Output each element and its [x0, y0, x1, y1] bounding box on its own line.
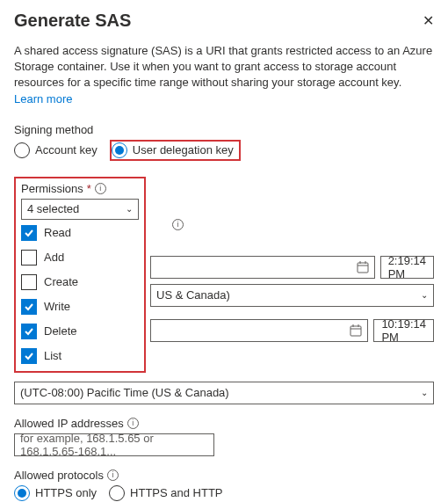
info-icon[interactable]: i — [95, 183, 106, 194]
permissions-dropdown[interactable]: 4 selected ⌄ — [21, 199, 139, 220]
option-delete[interactable]: Delete — [21, 322, 139, 341]
learn-more-link[interactable]: Learn more — [14, 92, 72, 105]
timezone-value: US & Canada) — [156, 288, 230, 302]
dropdown-value: 4 selected — [27, 202, 79, 215]
permissions-options-list: Read Add Create Write Delete List — [21, 223, 139, 366]
option-label: Delete — [44, 324, 77, 338]
chevron-down-icon: ⌄ — [421, 388, 428, 397]
option-label: Create — [44, 275, 78, 288]
radio-circle-icon — [14, 485, 30, 501]
required-indicator: * — [87, 182, 91, 195]
allowed-ip-input[interactable]: for example, 168.1.5.65 or 168.1.5.65-16… — [14, 433, 214, 456]
start-time-input[interactable]: 2:19:14 PM — [380, 256, 434, 279]
highlight-permissions: Permissions * i 4 selected ⌄ Read Add Cr… — [14, 177, 146, 373]
allowed-ip-label: Allowed IP addresses — [14, 417, 124, 430]
calendar-icon — [357, 261, 369, 273]
start-date-input[interactable] — [150, 256, 375, 279]
time-value: 2:19:14 PM — [388, 254, 426, 280]
radio-account-key[interactable]: Account key — [14, 142, 98, 158]
radio-label: HTTPS only — [35, 486, 97, 499]
permissions-label: Permissions — [21, 182, 83, 195]
radio-label: Account key — [35, 143, 98, 156]
panel-title: Generate SAS — [14, 11, 131, 31]
option-add[interactable]: Add — [21, 248, 139, 267]
svg-rect-4 — [350, 326, 361, 336]
option-list[interactable]: List — [21, 346, 139, 366]
info-icon[interactable]: i — [172, 219, 184, 230]
radio-circle-icon — [14, 142, 30, 158]
description-body: A shared access signature (SAS) is a URI… — [14, 44, 432, 89]
description-text: A shared access signature (SAS) is a URI… — [14, 43, 434, 107]
allowed-protocols-label: Allowed protocols — [14, 469, 104, 482]
option-label: Add — [44, 251, 64, 264]
signing-method-label: Signing method — [14, 123, 434, 136]
checkbox-icon — [21, 225, 37, 241]
radio-circle-icon — [109, 485, 125, 501]
info-icon[interactable]: i — [107, 469, 119, 481]
checkbox-icon — [21, 250, 37, 266]
option-read[interactable]: Read — [21, 223, 139, 243]
option-label: List — [44, 349, 61, 362]
checkbox-icon — [21, 299, 37, 315]
placeholder-text: for example, 168.1.5.65 or 168.1.5.65-16… — [20, 432, 208, 458]
radio-circle-icon — [112, 142, 127, 158]
option-write[interactable]: Write — [21, 297, 139, 316]
option-create[interactable]: Create — [21, 273, 139, 292]
checkbox-icon — [21, 348, 37, 364]
radio-user-delegation-key[interactable]: User delegation key — [112, 142, 234, 158]
time-value: 10:19:14 PM — [381, 317, 426, 344]
svg-rect-0 — [358, 263, 368, 273]
expiry-timezone-select[interactable]: (UTC-08:00) Pacific Time (US & Canada) ⌄ — [14, 382, 434, 404]
expiry-time-input[interactable]: 10:19:14 PM — [373, 319, 434, 342]
start-timezone-select[interactable]: US & Canada) ⌄ — [150, 284, 434, 307]
radio-https-and-http[interactable]: HTTPS and HTTP — [109, 485, 222, 501]
chevron-down-icon: ⌄ — [421, 290, 428, 300]
highlight-user-delegation: User delegation key — [110, 140, 241, 161]
radio-label: User delegation key — [133, 143, 234, 156]
checkbox-icon — [21, 324, 37, 339]
radio-label: HTTPS and HTTP — [130, 486, 222, 499]
timezone-value: (UTC-08:00) Pacific Time (US & Canada) — [20, 386, 229, 399]
checkbox-icon — [21, 274, 37, 290]
option-label: Read — [44, 226, 71, 239]
option-label: Write — [44, 300, 70, 313]
chevron-down-icon: ⌄ — [126, 204, 133, 214]
expiry-date-input[interactable] — [150, 319, 368, 342]
close-icon[interactable]: ✕ — [423, 12, 434, 29]
calendar-icon — [350, 324, 362, 337]
info-icon[interactable]: i — [127, 418, 139, 429]
radio-https-only[interactable]: HTTPS only — [14, 485, 97, 501]
